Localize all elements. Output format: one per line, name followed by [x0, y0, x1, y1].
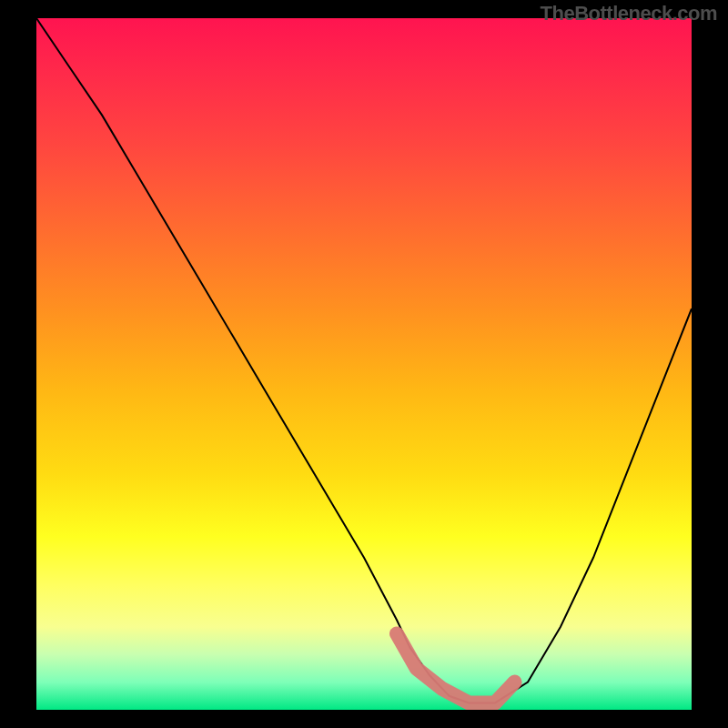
chart-frame: TheBottleneck.com [0, 0, 728, 728]
plot-overlay [36, 18, 692, 710]
watermark-text: TheBottleneck.com [541, 2, 717, 25]
optimal-range-highlight [397, 633, 515, 703]
bottleneck-curve [36, 18, 692, 703]
